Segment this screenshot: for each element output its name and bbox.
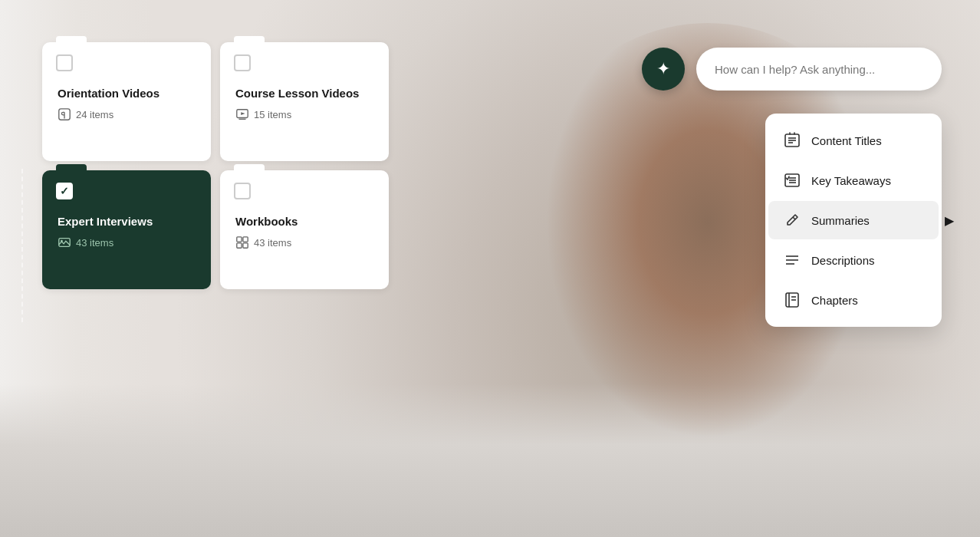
card-meta-workbooks: 43 items (235, 236, 373, 249)
folder-card-expert-interviews[interactable]: Expert Interviews 43 items (42, 170, 211, 289)
folder-card-orientation-videos[interactable]: Orientation Videos 24 items (42, 42, 211, 161)
sparkle-icon: ✦ (656, 59, 670, 79)
svg-rect-7 (243, 237, 248, 242)
folder-tab-3 (56, 164, 87, 172)
search-bar (696, 48, 942, 91)
dropdown-item-content-titles[interactable]: Content Titles (768, 121, 939, 160)
svg-line-18 (793, 217, 795, 219)
grid-icon (235, 236, 249, 249)
dropdown-item-descriptions[interactable]: Descriptions (768, 241, 939, 279)
image-icon (58, 236, 71, 249)
card-checkbox-course[interactable] (234, 54, 251, 71)
card-title-expert: Expert Interviews (58, 215, 196, 228)
svg-rect-6 (237, 237, 242, 242)
list-check-icon (784, 172, 801, 189)
card-count-workbooks: 43 items (254, 237, 291, 249)
folder-tab-2 (234, 36, 265, 44)
card-checkbox-orientation[interactable] (56, 54, 73, 71)
dropdown-label-summaries: Summaries (811, 214, 870, 227)
search-input[interactable] (715, 63, 923, 76)
lines-icon (784, 252, 801, 268)
card-title-workbooks: Workbooks (235, 215, 373, 228)
card-checkbox-workbooks[interactable] (234, 183, 251, 199)
submenu-chevron-icon: ▶ (945, 213, 954, 228)
card-count-course: 15 items (254, 109, 291, 120)
card-checkbox-expert[interactable] (56, 183, 73, 199)
card-meta-course: 15 items (235, 107, 373, 121)
card-count-orientation: 24 items (76, 109, 113, 120)
book-icon (784, 292, 801, 308)
ai-assistant-button[interactable]: ✦ (642, 48, 685, 91)
svg-point-5 (61, 240, 63, 242)
svg-marker-2 (241, 112, 245, 115)
folder-card-course-lesson[interactable]: Course Lesson Videos 15 items (220, 42, 389, 161)
text-icon (784, 132, 801, 149)
dropdown-label-key-takeaways: Key Takeaways (811, 174, 891, 187)
play-icon (235, 107, 249, 121)
ui-layer: Orientation Videos 24 items Course Lesso… (0, 0, 980, 537)
card-meta-expert: 43 items (58, 236, 196, 249)
folder-cards-grid: Orientation Videos 24 items Course Lesso… (42, 42, 389, 289)
folder-tab-4 (234, 164, 265, 172)
dropdown-label-content-titles: Content Titles (811, 134, 882, 147)
card-count-expert: 43 items (76, 237, 113, 249)
card-title-course: Course Lesson Videos (235, 87, 373, 100)
dropdown-item-key-takeaways[interactable]: Key Takeaways (768, 161, 939, 199)
facebook-icon (58, 107, 71, 121)
folder-tab (56, 36, 87, 44)
svg-rect-8 (237, 243, 242, 248)
dropdown-label-descriptions: Descriptions (811, 254, 875, 267)
dropdown-label-chapters: Chapters (811, 294, 858, 307)
svg-rect-9 (243, 243, 248, 248)
card-title-orientation: Orientation Videos (58, 87, 196, 100)
card-meta-orientation: 24 items (58, 107, 196, 121)
dropdown-item-chapters[interactable]: Chapters (768, 281, 939, 319)
folder-card-workbooks[interactable]: Workbooks 43 items (220, 170, 389, 289)
pencil-icon (784, 212, 801, 229)
dropdown-item-summaries[interactable]: Summaries ▶ (768, 201, 939, 239)
dropdown-menu: Content Titles Key Takeaways (765, 114, 942, 327)
